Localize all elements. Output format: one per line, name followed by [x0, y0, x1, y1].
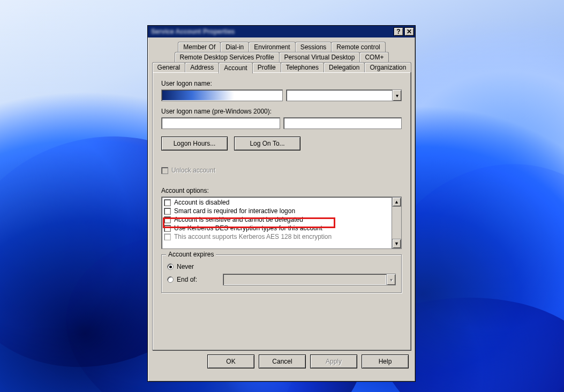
expires-never-radio[interactable]	[167, 263, 174, 270]
scroll-down-icon[interactable]: ▼	[392, 239, 401, 248]
tab-row-2: Remote Desktop Services Profile Personal…	[152, 52, 411, 62]
option-checkbox[interactable]	[164, 199, 171, 206]
option-kerberos-des[interactable]: Use Kerberos DES encryption types for th…	[164, 224, 389, 232]
tab-dial-in[interactable]: Dial-in	[220, 42, 249, 52]
expires-endof-radio[interactable]	[167, 276, 174, 283]
chevron-down-icon	[386, 274, 396, 285]
tab-member-of[interactable]: Member Of	[178, 42, 221, 52]
account-tab-page: User logon name: User logon name (pre-Wi…	[152, 72, 411, 350]
tab-organization[interactable]: Organization	[364, 62, 411, 72]
expires-date-combo	[223, 274, 396, 285]
tab-rds-profile[interactable]: Remote Desktop Services Profile	[175, 52, 280, 62]
prew2k-domain-input[interactable]	[161, 117, 280, 129]
logon-name-input[interactable]	[161, 89, 283, 101]
logon-name-label: User logon name:	[161, 80, 402, 87]
option-smartcard-required[interactable]: Smart card is required for interactive l…	[164, 207, 389, 215]
log-on-to-button[interactable]: Log On To...	[234, 137, 300, 150]
logon-domain-combo[interactable]	[286, 89, 402, 101]
account-expires-legend: Account expires	[166, 251, 216, 258]
tab-delegation[interactable]: Delegation	[324, 62, 365, 72]
help-titlebar-button[interactable]: ?	[394, 27, 403, 36]
option-account-disabled[interactable]: Account is disabled	[164, 198, 389, 207]
tab-address[interactable]: Address	[185, 62, 219, 72]
chevron-down-icon[interactable]	[392, 89, 402, 101]
tab-row-1: Member Of Dial-in Environment Sessions R…	[152, 42, 411, 52]
tab-general[interactable]: General	[152, 62, 186, 72]
titlebar[interactable]: Service Account Properties ? ✕	[148, 26, 415, 37]
expires-never-label: Never	[177, 263, 194, 270]
options-scrollbar[interactable]: ▲ ▼	[392, 197, 401, 248]
expires-endof-row[interactable]: End of:	[167, 272, 396, 287]
tab-row-3: General Address Account Profile Telephon…	[152, 62, 411, 72]
account-options-label: Account options:	[161, 187, 402, 194]
scroll-up-icon[interactable]: ▲	[392, 197, 401, 207]
unlock-account-label: Unlock account	[171, 167, 215, 174]
option-checkbox[interactable]	[164, 225, 171, 232]
tab-complus[interactable]: COM+	[359, 52, 389, 62]
window-title: Service Account Properties	[151, 28, 393, 35]
cancel-button[interactable]: Cancel	[259, 355, 306, 368]
apply-button[interactable]: Apply	[310, 355, 357, 368]
option-checkbox[interactable]	[164, 208, 171, 215]
option-label: Use Kerberos DES encryption types for th…	[174, 224, 322, 232]
tab-sessions[interactable]: Sessions	[295, 42, 332, 52]
option-label: Account is disabled	[174, 199, 229, 206]
option-label: Account is sensitive and cannot be deleg…	[174, 216, 303, 223]
close-titlebar-button[interactable]: ✕	[404, 27, 414, 36]
prew2k-name-input[interactable]	[283, 117, 402, 129]
unlock-account-checkbox-row: Unlock account	[161, 165, 402, 175]
unlock-account-checkbox	[161, 167, 168, 174]
option-sensitive-no-delegate[interactable]: Account is sensitive and cannot be deleg…	[164, 215, 389, 224]
account-expires-group: Account expires Never End of:	[161, 254, 402, 293]
ok-button[interactable]: OK	[207, 355, 254, 368]
expires-never-row[interactable]: Never	[167, 261, 396, 272]
prew2k-label: User logon name (pre-Windows 2000):	[161, 108, 402, 115]
logon-hours-button[interactable]: Logon Hours...	[161, 137, 228, 150]
option-label: Smart card is required for interactive l…	[174, 207, 295, 215]
account-options-listbox[interactable]: Account is disabled Smart card is requir…	[161, 197, 402, 249]
option-checkbox[interactable]	[164, 233, 171, 240]
option-kerberos-aes128[interactable]: This account supports Kerberos AES 128 b…	[164, 232, 389, 241]
option-checkbox[interactable]	[164, 216, 171, 223]
properties-dialog: Service Account Properties ? ✕ Member Of…	[147, 25, 416, 382]
tab-remote-control[interactable]: Remote control	[331, 42, 385, 52]
tab-pvd[interactable]: Personal Virtual Desktop	[279, 52, 360, 62]
tab-profile[interactable]: Profile	[252, 62, 281, 72]
option-label: This account supports Kerberos AES 128 b…	[174, 233, 332, 240]
expires-date-value	[223, 274, 387, 285]
expires-endof-label: End of:	[177, 276, 209, 283]
tab-control: Member Of Dial-in Environment Sessions R…	[152, 42, 411, 350]
tab-environment[interactable]: Environment	[249, 42, 295, 52]
logon-domain-value[interactable]	[286, 89, 393, 101]
help-button[interactable]: Help	[362, 355, 409, 368]
tab-account[interactable]: Account	[219, 62, 252, 73]
tab-telephones[interactable]: Telephones	[281, 62, 324, 72]
dialog-action-row: OK Cancel Apply Help	[152, 350, 411, 371]
